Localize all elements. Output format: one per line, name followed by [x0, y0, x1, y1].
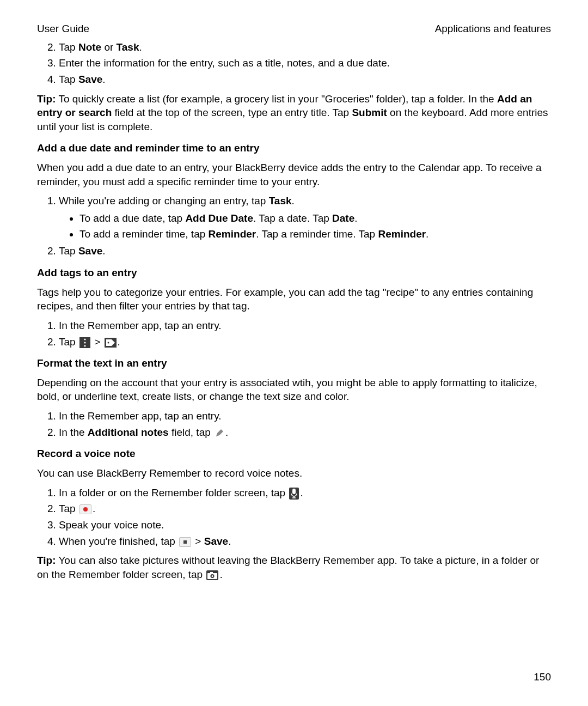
list-item: In the Remember app, tap an entry.: [59, 409, 551, 423]
list-item: Speak your voice note.: [59, 518, 551, 532]
svg-point-3: [107, 342, 109, 343]
list-item: In a folder or on the Remember folder sc…: [59, 486, 551, 500]
overflow-menu-icon: [79, 337, 90, 348]
svg-point-12: [212, 575, 213, 577]
list-item: Tap .: [59, 502, 551, 516]
tip-paragraph: Tip: To quickly create a list (for examp…: [37, 92, 551, 134]
voice-steps: In a folder or on the Remember folder sc…: [37, 486, 551, 549]
page-number: 150: [534, 670, 551, 684]
section-intro: Depending on the account that your entry…: [37, 376, 551, 404]
record-icon: [79, 504, 91, 514]
svg-point-2: [84, 345, 85, 346]
stop-icon: [179, 537, 191, 547]
list-item: Tap Save.: [59, 244, 551, 258]
pencil-icon: [215, 428, 224, 438]
svg-point-1: [84, 342, 85, 343]
list-item: To add a due date, tap Add Due Date. Tap…: [79, 211, 551, 226]
due-date-steps: While you're adding or changing an entry…: [37, 194, 551, 258]
section-intro: You can use BlackBerry Remember to recor…: [37, 466, 551, 480]
tag-icon: [105, 338, 117, 348]
header-right: Applications and features: [435, 22, 551, 36]
page-header: User Guide Applications and features: [37, 22, 551, 36]
list-item: Enter the information for the entry, suc…: [59, 56, 551, 70]
list-item: Tap > .: [59, 335, 551, 349]
list-item: Tap Note or Task.: [59, 40, 551, 54]
tags-steps: In the Remember app, tap an entry. Tap >…: [37, 319, 551, 349]
intro-steps: Tap Note or Task. Enter the information …: [37, 40, 551, 87]
list-item: While you're adding or changing an entry…: [59, 194, 551, 241]
header-left: User Guide: [37, 22, 89, 36]
list-item: In the Additional notes field, tap .: [59, 425, 551, 440]
section-heading-due-date: Add a due date and reminder time to an e…: [37, 141, 551, 155]
format-steps: In the Remember app, tap an entry. In th…: [37, 409, 551, 439]
section-heading-tags: Add tags to an entry: [37, 266, 551, 280]
list-item: Tap Save.: [59, 72, 551, 87]
list-item: When you're finished, tap > Save.: [59, 534, 551, 549]
tip-paragraph: Tip: You can also take pictures without …: [37, 553, 551, 581]
sub-bullets: To add a due date, tap Add Due Date. Tap…: [59, 211, 551, 241]
svg-rect-4: [292, 489, 296, 494]
svg-point-7: [83, 507, 88, 512]
section-intro: When you add a due date to an entry, you…: [37, 161, 551, 188]
svg-point-0: [84, 338, 85, 340]
list-item: In the Remember app, tap an entry.: [59, 319, 551, 333]
microphone-icon: [289, 488, 299, 500]
list-item: To add a reminder time, tap Reminder. Ta…: [79, 227, 551, 241]
svg-rect-10: [210, 572, 213, 574]
camera-icon: [206, 570, 218, 580]
section-heading-format: Format the text in an entry: [37, 356, 551, 370]
section-heading-voice: Record a voice note: [37, 447, 551, 461]
svg-rect-8: [183, 540, 187, 544]
section-intro: Tags help you to categorize your entries…: [37, 285, 551, 313]
